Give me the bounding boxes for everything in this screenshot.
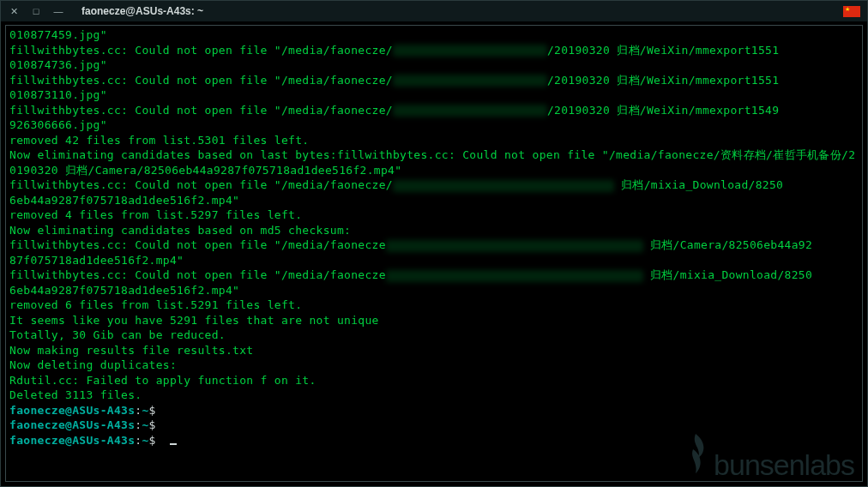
terminal-line: 010873110.jpg" (9, 87, 859, 103)
minimize-icon[interactable] (52, 5, 64, 17)
terminal-line: 010877459.jpg" (9, 27, 859, 43)
window-title: faonecze@ASUs-A43s: ~ (81, 5, 203, 17)
redacted-segment (386, 240, 643, 252)
terminal-line: faonecze@ASUs-A43s:~$ (9, 418, 859, 433)
prompt-path: ~ (142, 404, 148, 417)
terminal-line: 6eb44a9287f075718ad1dee516f2.mp4" (9, 193, 859, 208)
terminal-output[interactable]: 010877459.jpg"fillwithbytes.cc: Could no… (5, 25, 863, 482)
redacted-segment (393, 105, 547, 117)
redacted-segment (393, 75, 547, 87)
prompt-userhost: faonecze@ASUs-A43s (9, 418, 135, 431)
prompt-symbol: $ (149, 404, 163, 417)
terminal-line: faonecze@ASUs-A43s:~$ (9, 403, 859, 418)
terminal-line: fillwithbytes.cc: Could not open file "/… (9, 237, 859, 253)
redacted-segment (386, 270, 643, 282)
terminal-line: Totally, 30 Gib can be reduced. (9, 328, 859, 343)
prompt-symbol: $ (149, 434, 163, 447)
prompt-path: ~ (142, 418, 148, 431)
terminal-window: faonecze@ASUs-A43s: ~ 010877459.jpg"fill… (0, 0, 868, 487)
terminal-line: It seems like you have 5291 files that a… (9, 313, 859, 328)
terminal-line: fillwithbytes.cc: Could not open file "/… (9, 43, 859, 58)
prompt-userhost: faonecze@ASUs-A43s (9, 404, 135, 417)
terminal-line: Rdutil.cc: Failed to apply function f on… (9, 373, 859, 388)
terminal-line: removed 6 files from list.5291 files lef… (9, 298, 859, 313)
prompt-symbol: $ (149, 418, 163, 431)
prompt-userhost: faonecze@ASUs-A43s (9, 434, 135, 447)
redacted-segment (393, 45, 547, 57)
terminal-line: fillwithbytes.cc: Could not open file "/… (9, 73, 859, 88)
terminal-line: 926306666.jpg" (9, 117, 859, 133)
terminal-line: removed 42 files from list.5301 files le… (9, 133, 859, 148)
terminal-line: 6eb44a9287f075718ad1dee516f2.mp4" (9, 283, 859, 298)
redacted-segment (393, 180, 614, 192)
terminal-line: fillwithbytes.cc: Could not open file "/… (9, 268, 859, 283)
prompt-path: ~ (142, 434, 148, 447)
close-icon[interactable] (8, 5, 20, 17)
maximize-icon[interactable] (30, 5, 42, 17)
terminal-line: Deleted 3113 files. (9, 388, 859, 403)
terminal-line: Now eliminating candidates based on md5 … (9, 223, 859, 238)
terminal-line: Now deleting duplicates: (9, 358, 859, 373)
titlebar: faonecze@ASUs-A43s: ~ (1, 1, 867, 21)
cursor (170, 443, 177, 445)
input-method-flag-icon[interactable] (843, 6, 860, 17)
terminal-line: faonecze@ASUs-A43s:~$ (9, 433, 859, 448)
terminal-line: fillwithbytes.cc: Could not open file "/… (9, 177, 859, 193)
terminal-line: Now making results file results.txt (9, 343, 859, 358)
terminal-line: Now eliminating candidates based on last… (9, 147, 859, 177)
terminal-line: 010874736.jpg" (9, 57, 859, 73)
terminal-line: removed 4 files from list.5297 files lef… (9, 207, 859, 223)
terminal-line: fillwithbytes.cc: Could not open file "/… (9, 103, 859, 118)
terminal-line: 87f075718ad1dee516f2.mp4" (9, 253, 859, 268)
